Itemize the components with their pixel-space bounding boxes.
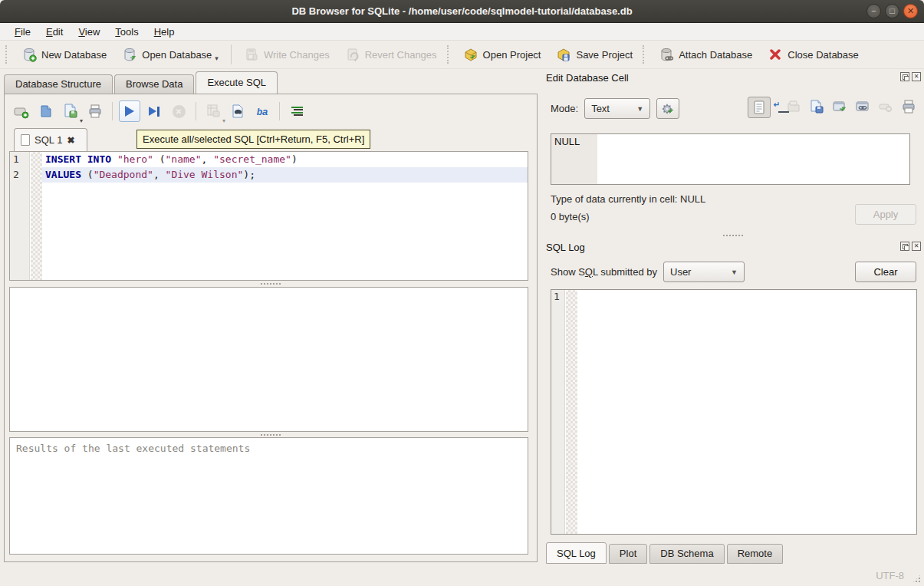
close-database-button[interactable]: Close Database	[760, 44, 866, 65]
sql-code-editor[interactable]: 1 2 INSERT INTO "hero" ("name", "secret_…	[9, 151, 528, 281]
set-null-icon	[878, 99, 893, 114]
copy-link-button[interactable]	[855, 99, 870, 117]
open-database-dropdown-caret[interactable]: ▾	[215, 54, 219, 62]
gear-icon	[661, 102, 675, 116]
write-changes-icon	[244, 47, 259, 62]
close-panel-icon[interactable]: ✕	[912, 242, 921, 251]
tab-sql-log[interactable]: SQL Log	[546, 542, 607, 564]
import-file-icon	[786, 99, 801, 114]
replace-button[interactable]: ba	[252, 100, 273, 122]
execute-current-line-button[interactable]	[143, 100, 165, 122]
save-file-icon	[62, 103, 79, 120]
write-changes-button[interactable]: Write Changes	[236, 44, 337, 65]
new-database-label: New Database	[41, 49, 107, 61]
new-tab-icon	[13, 103, 30, 120]
tab-plot[interactable]: Plot	[609, 544, 647, 564]
tab-remote[interactable]: Remote	[727, 544, 784, 564]
new-database-button[interactable]: New Database	[14, 44, 114, 65]
revert-changes-label: Revert Changes	[365, 49, 437, 61]
cell-size-info: 0 byte(s)	[551, 211, 590, 222]
close-button[interactable]: ✕	[903, 4, 918, 18]
results-grid-pane	[9, 287, 528, 432]
chevron-down-icon: ▼	[636, 105, 643, 113]
toolbar-drag-handle[interactable]	[643, 45, 649, 64]
find-button[interactable]	[227, 100, 248, 122]
open-sql-file-button[interactable]	[35, 100, 57, 122]
minimize-button[interactable]: −	[866, 4, 881, 18]
format-sql-button[interactable]	[286, 100, 307, 122]
sql-toolbar-separator	[112, 102, 113, 120]
dock-area: Edit Database Cell ✕ Mode: Text ▼ ↵	[541, 69, 924, 564]
close-panel-icon[interactable]: ✕	[912, 72, 921, 81]
execute-all-button[interactable]	[119, 100, 140, 122]
results-placeholder-text: Results of the last executed statements	[10, 438, 528, 459]
import-data-button[interactable]	[786, 99, 801, 117]
save-as-icon	[809, 99, 824, 114]
sql-log-filter-select[interactable]: User ▼	[663, 262, 745, 282]
line-number-gutter: 1 2	[10, 152, 30, 280]
tab-database-structure[interactable]: Database Structure	[4, 74, 113, 94]
execute-line-play-icon	[149, 107, 156, 116]
open-in-external-button[interactable]	[832, 99, 847, 117]
open-new-sql-tab-button[interactable]	[11, 100, 32, 122]
save-sql-file-button[interactable]: ▾	[60, 100, 81, 122]
find-icon	[230, 104, 245, 119]
menu-tools[interactable]: Tools	[108, 25, 145, 39]
set-null-button[interactable]	[878, 99, 893, 117]
float-panel-icon[interactable]	[900, 72, 909, 81]
window-title: DB Browser for SQLite - /home/user/code/…	[291, 5, 632, 17]
bottom-dock-tab-bar: SQL Log Plot DB Schema Remote	[546, 543, 785, 564]
menu-help[interactable]: Help	[147, 25, 182, 39]
code-area[interactable]: INSERT INTO "hero" ("name", "secret_name…	[42, 152, 528, 280]
splitter-handle[interactable]	[261, 283, 281, 285]
save-project-label: Save Project	[576, 49, 633, 61]
tab-db-schema[interactable]: DB Schema	[649, 544, 724, 564]
execute-tooltip: Execute all/selected SQL [Ctrl+Return, F…	[136, 130, 370, 149]
open-file-icon	[38, 104, 54, 119]
menu-view[interactable]: View	[71, 25, 107, 39]
mode-label: Mode:	[551, 103, 578, 114]
toolbar-drag-handle[interactable]	[5, 45, 12, 64]
close-tab-icon[interactable]: ✖	[67, 135, 74, 146]
line-number: 1	[10, 152, 29, 167]
main-toolbar: New Database Open Database ▾ Write Chang…	[0, 41, 924, 69]
splitter-handle[interactable]	[261, 434, 281, 436]
maximize-button[interactable]: □	[885, 4, 899, 18]
encoding-indicator[interactable]: UTF-8	[876, 570, 904, 581]
cell-editor[interactable]: NULL	[551, 133, 910, 185]
export-data-button[interactable]	[809, 99, 824, 117]
export-results-button[interactable]: ▾	[202, 100, 224, 122]
chevron-down-icon: ▼	[731, 268, 738, 276]
wrap-arrow-icon: ↵	[774, 100, 780, 109]
execute-sql-panel: ▾ ✕ ▾ ba	[4, 94, 538, 562]
text-mode-toggle-button[interactable]	[748, 97, 771, 118]
open-project-button[interactable]: Open Project	[455, 44, 549, 65]
toolbar-drag-handle[interactable]	[447, 45, 453, 64]
revert-changes-button[interactable]: Revert Changes	[337, 44, 445, 65]
menu-edit[interactable]: Edit	[39, 25, 70, 39]
menu-file[interactable]: File	[8, 25, 38, 39]
print-sql-button[interactable]	[84, 100, 106, 122]
clear-log-button[interactable]: Clear	[855, 262, 916, 282]
float-panel-icon[interactable]	[900, 242, 909, 251]
open-project-label: Open Project	[483, 49, 541, 61]
open-external-icon	[832, 99, 847, 114]
auto-switch-mode-button[interactable]	[656, 98, 679, 119]
tab-execute-sql[interactable]: Execute SQL	[196, 71, 278, 94]
code-line-1: INSERT INTO "hero" ("name", "secret_name…	[42, 152, 528, 167]
title-bar[interactable]: DB Browser for SQLite - /home/user/code/…	[0, 0, 924, 23]
tab-browse-data[interactable]: Browse Data	[114, 74, 194, 94]
open-database-icon	[122, 47, 137, 62]
print-cell-button[interactable]	[901, 99, 916, 117]
attach-database-button[interactable]: Attach Database	[651, 44, 760, 65]
sql-log-view[interactable]: 1	[551, 289, 917, 535]
save-project-button[interactable]: Save Project	[548, 44, 640, 65]
dock-splitter-handle[interactable]	[723, 235, 743, 236]
apply-button[interactable]: Apply	[855, 204, 916, 225]
resize-grip[interactable]	[912, 574, 922, 584]
mode-select[interactable]: Text ▼	[584, 98, 650, 119]
stop-execution-button[interactable]: ✕	[168, 100, 189, 122]
toolbar-separator	[231, 44, 232, 64]
open-database-button[interactable]: Open Database ▾	[114, 44, 226, 65]
sql-document-tab[interactable]: SQL 1 ✖	[14, 128, 87, 151]
